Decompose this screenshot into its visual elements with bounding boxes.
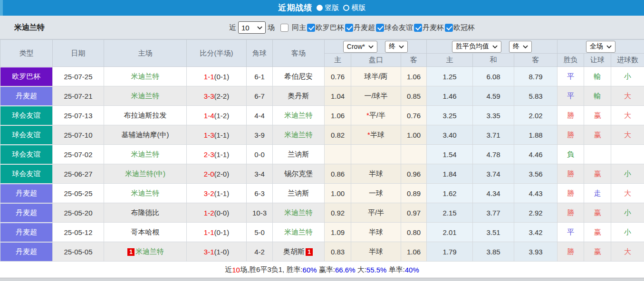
goals-outcome: 大	[611, 106, 644, 125]
odds-home-win: 1.84	[427, 164, 473, 184]
away-team-name: 兰讷斯	[288, 189, 309, 197]
odds-away-win: 8.79	[514, 67, 557, 86]
competition-label: 欧冠杯	[453, 23, 475, 32]
asian-home-odds: 1.06	[325, 106, 351, 125]
away-team-cell: 希伯尼安	[273, 67, 325, 86]
asian-odds-time-select[interactable]: 终	[385, 41, 408, 53]
asian-home-odds: 0.86	[325, 164, 351, 184]
halftime-score: (2-2)	[214, 92, 230, 100]
recent-count-select[interactable]: 10	[238, 21, 266, 34]
chevron-down-icon	[257, 26, 262, 29]
sub-header-outcome: 胜负	[557, 54, 584, 67]
layout-option-horizontal[interactable]: 横版	[343, 3, 366, 12]
layout-option-vertical[interactable]: 竖版	[317, 3, 339, 12]
competition-checkbox[interactable]	[445, 24, 453, 32]
odds-away-win: 1.88	[514, 125, 557, 145]
competition-checkbox[interactable]	[376, 24, 384, 32]
competition-filter: 欧冠杯	[445, 23, 475, 32]
competition-checkbox[interactable]	[307, 24, 315, 32]
competition-checkbox[interactable]	[345, 24, 353, 32]
header-group-row: 类型 日期 主场 比分(半场) 角球 客场 Crow* 终	[0, 40, 644, 54]
odds-away-win: 4.46	[514, 145, 557, 164]
competition-checkbox[interactable]	[414, 24, 422, 32]
bookmaker-select[interactable]: Crow*	[343, 41, 377, 53]
away-team-cell: 米迪兰特	[273, 125, 325, 145]
radio-selected-icon[interactable]	[317, 5, 323, 11]
odds-away-win: 3.93	[514, 242, 557, 262]
result-outcome: 平	[557, 86, 584, 106]
match-date: 25-05-25	[53, 184, 104, 203]
euro-odds-time-select[interactable]: 终	[509, 41, 532, 53]
away-team-name: 米迪兰特	[284, 208, 313, 216]
asian-home-odds	[325, 145, 351, 164]
away-team-name: 米迪兰特	[284, 228, 313, 236]
recent-suffix-label: 场	[268, 23, 275, 32]
same-home-filter: 同主	[280, 23, 306, 32]
bookmaker-select-value: Crow*	[347, 43, 365, 50]
summary-segment: 60%	[303, 266, 317, 274]
asian-odds-time-value: 终	[389, 42, 395, 51]
col-header-date: 日期	[53, 40, 104, 67]
halftime-score: (0-0)	[214, 209, 230, 217]
home-team-cell: 1米迪兰特	[104, 242, 187, 262]
sub-header-goals-outcome: 进球数	[611, 54, 644, 67]
asian-away-odds: 1.06	[401, 67, 427, 86]
result-group-header: 全场	[557, 40, 644, 54]
away-team-name: 奥丹斯	[288, 92, 309, 100]
odds-away-win: 5.83	[514, 86, 557, 106]
corners-cell: 3-4	[247, 164, 273, 184]
halftime-score: (0-1)	[214, 228, 230, 236]
asian-handicap: *球半/两	[351, 67, 401, 86]
match-type-badge: 丹麦超	[0, 223, 52, 242]
home-team-cell: 米迪兰特(中)	[104, 164, 187, 184]
asian-away-odds: 1.00	[401, 125, 427, 145]
match-scope-select[interactable]: 全场	[586, 41, 615, 53]
asian-away-odds: 1.06	[401, 242, 427, 262]
table-row: 球会友谊 25-06-27 米迪兰特(中) 2-0(2-0) 3-4 锡尔克堡 …	[0, 164, 644, 184]
odds-home-win: 1.25	[427, 67, 473, 86]
asian-home-odds: 0.83	[325, 242, 351, 262]
radio-unselected-icon[interactable]	[343, 5, 349, 11]
corners-cell: 4-4	[247, 106, 273, 125]
same-home-checkbox[interactable]	[280, 24, 288, 32]
goals-outcome: 大	[611, 242, 644, 262]
away-team-cell: 奥胡斯1	[273, 242, 325, 262]
match-type-cell: 球会友谊	[0, 106, 53, 125]
result-outcome: 勝	[557, 242, 584, 262]
asian-away-odds: 0.89	[401, 184, 427, 203]
goals-outcome: 大	[611, 86, 644, 106]
euro-odds-type-select[interactable]: 胜平负均值	[452, 41, 501, 53]
chevron-down-icon	[492, 45, 498, 48]
handicap-text: 半球	[369, 247, 383, 255]
sub-header-asia-away: 客	[401, 54, 427, 67]
home-team-name: 米迪兰特	[131, 72, 160, 80]
halftime-score: (2-0)	[214, 170, 230, 178]
fulltime-score: 3-2	[204, 189, 214, 197]
odds-away-win: 2.92	[514, 203, 557, 223]
fulltime-score: 2-3	[204, 150, 214, 159]
asian-home-odds: 1.04	[325, 86, 351, 106]
match-date: 25-07-13	[53, 106, 104, 125]
summary-segment: 55.5%	[366, 266, 387, 274]
result-outcome: 負	[557, 145, 584, 164]
asian-away-odds: 0.85	[401, 86, 427, 106]
chevron-down-icon	[523, 45, 528, 48]
handicap-text: 平/半	[368, 208, 384, 216]
asian-home-odds: 1.09	[325, 223, 351, 242]
home-team-cell: 哥本哈根	[104, 223, 187, 242]
score-cell: 1-4(1-2)	[187, 106, 247, 125]
score-cell: 1-2(0-0)	[187, 203, 247, 223]
asian-handicap: *平/半	[351, 203, 401, 223]
sub-header-handicap-outcome: 让球	[584, 54, 611, 67]
halftime-score: (1-1)	[214, 131, 230, 139]
home-team-name: 米迪兰特	[135, 247, 164, 255]
table-row: 丹麦超 25-07-21 米迪兰特 3-3(2-2) 6-7 奥丹斯 1.04 …	[0, 86, 644, 106]
asian-away-odds	[401, 145, 427, 164]
score-cell: 1-3(1-1)	[187, 125, 247, 145]
odds-draw: 3.85	[473, 242, 514, 262]
fulltime-score: 1-2	[204, 209, 214, 217]
competition-label: 球会友谊	[384, 23, 413, 32]
result-outcome: 勝	[557, 164, 584, 184]
halftime-score: (1-1)	[214, 150, 230, 159]
chevron-down-icon	[399, 45, 404, 48]
